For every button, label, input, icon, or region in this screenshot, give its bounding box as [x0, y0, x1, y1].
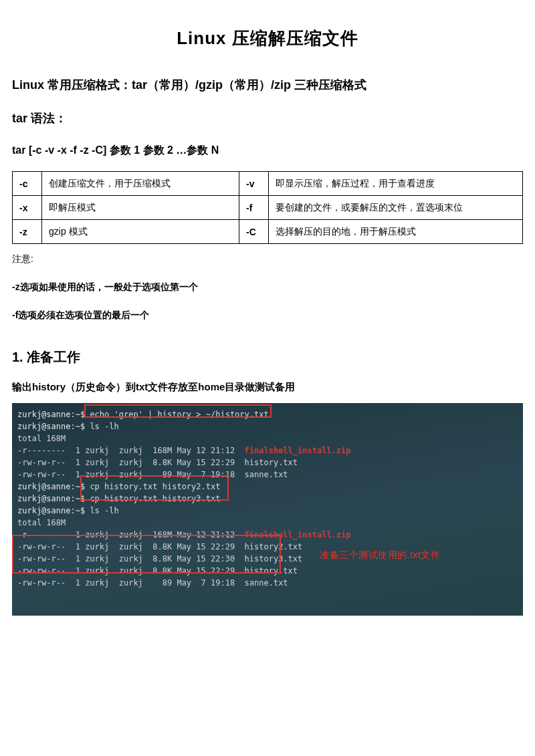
term-output: -rw-rw-r-- 1 zurkj zurkj 89 May 7 19:18 …: [17, 469, 518, 481]
annotation-text: 准备三个测试使用的.txt文件: [320, 549, 440, 561]
tar-options-table: -c 创建压缩文件，用于压缩模式 -v 即显示压缩，解压过程，用于查看进度 -x…: [12, 171, 523, 244]
term-cmd: echo 'grep' | history > ~/history.txt: [90, 410, 268, 419]
opt-desc: 选择解压的目的地，用于解压模式: [269, 220, 523, 244]
opt-flag: -z: [13, 220, 42, 244]
term-output: -rw-rw-r-- 1 zurkj zurkj 8.8K May 15 22:…: [17, 553, 518, 565]
opt-flag: -c: [13, 172, 42, 196]
terminal-screenshot: zurkj@sanne:~$ echo 'grep' | history > ~…: [12, 403, 523, 616]
opt-flag: -v: [239, 172, 269, 196]
term-prompt: zurkj@sanne:~$: [17, 494, 90, 503]
term-prompt: zurkj@sanne:~$: [17, 410, 90, 419]
term-output: -rw-rw-r-- 1 zurkj zurkj 89 May 7 19:18 …: [17, 577, 518, 589]
page-title: Linux 压缩解压缩文件: [12, 27, 523, 50]
term-prompt: zurkj@sanne:~$: [17, 482, 90, 491]
opt-desc: 要创建的文件，或要解压的文件，置选项末位: [269, 196, 523, 220]
term-output: -rw-rw-r-- 1 zurkj zurkj 8.8K May 15 22:…: [17, 541, 518, 553]
table-row: -c 创建压缩文件，用于压缩模式 -v 即显示压缩，解压过程，用于查看进度: [13, 172, 523, 196]
formats-intro: Linux 常用压缩格式：tar（常用）/gzip（常用）/zip 三种压缩格式: [12, 77, 523, 93]
term-cmd: ls -lh: [90, 422, 118, 431]
term-output: -r-------- 1 zurkj zurkj 168M May 12 21:…: [17, 530, 245, 539]
opt-desc: 创建压缩文件，用于压缩模式: [42, 172, 239, 196]
term-output: -rw-rw-r-- 1 zurkj zurkj 8.8K May 15 22:…: [17, 565, 518, 577]
table-row: -z gzip 模式 -C 选择解压的目的地，用于解压模式: [13, 220, 523, 244]
opt-desc: gzip 模式: [42, 220, 239, 244]
term-file-zip: finalshell_install.zip: [245, 446, 351, 455]
term-output: total 168M: [17, 432, 518, 445]
term-cmd: cp history.txt history2.txt: [90, 482, 220, 491]
term-cmd: cp history.txt history3.txt: [90, 494, 220, 503]
term-output: total 168M: [17, 517, 518, 529]
term-output: -r-------- 1 zurkj zurkj 168M May 12 21:…: [17, 446, 245, 455]
note-f: -f选项必须在选项位置的最后一个: [12, 309, 523, 322]
term-file-zip: finalshell_install.zip: [245, 530, 351, 539]
opt-flag: -x: [13, 196, 42, 220]
notes-title: 注意:: [12, 253, 523, 265]
opt-flag: -C: [239, 220, 269, 244]
note-z: -z选项如果使用的话，一般处于选项位第一个: [12, 281, 523, 293]
term-output: -rw-rw-r-- 1 zurkj zurkj 8.8K May 15 22:…: [17, 457, 518, 469]
section-1-heading: 1. 准备工作: [12, 348, 523, 366]
term-prompt: zurkj@sanne:~$: [17, 422, 90, 431]
section-1-sub: 输出history（历史命令）到txt文件存放至home目录做测试备用: [12, 381, 523, 394]
opt-desc: 即解压模式: [42, 196, 239, 220]
table-row: -x 即解压模式 -f 要创建的文件，或要解压的文件，置选项末位: [13, 196, 523, 220]
opt-desc: 即显示压缩，解压过程，用于查看进度: [269, 172, 523, 196]
tar-syntax: tar [-c -v -x -f -z -C] 参数 1 参数 2 …参数 N: [12, 144, 523, 158]
term-prompt: zurkj@sanne:~$: [17, 506, 90, 515]
opt-flag: -f: [239, 196, 269, 220]
tar-syntax-header: tar 语法：: [12, 110, 523, 126]
term-cmd: ls -lh: [90, 506, 118, 515]
